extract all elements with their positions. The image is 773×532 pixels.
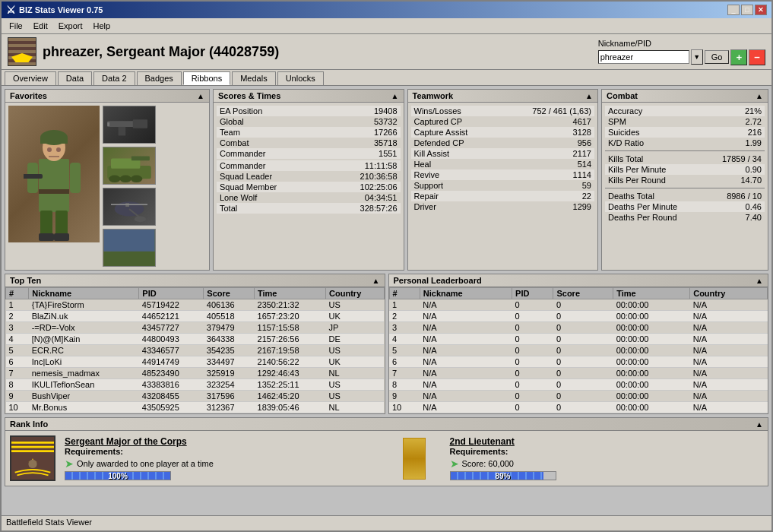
stat-value: 22 <box>582 192 591 201</box>
time-value: 210:36:58 <box>325 171 400 182</box>
top-ten-panel: Top Ten ▲ # Nickname PID Score Time C <box>5 274 385 414</box>
pid-cell: 43208455 <box>139 391 204 402</box>
maximize-button[interactable]: □ <box>741 5 753 15</box>
next-rank-req-label: Requirements: <box>450 447 764 456</box>
teamwork-arrow[interactable]: ▲ <box>585 92 593 100</box>
next-rank-name: 2nd Lieutenant <box>450 436 764 447</box>
wins-losses-value: 752 / 461 (1,63) <box>532 106 591 116</box>
time-value: 11:11:58 <box>325 160 400 171</box>
stat-label: Accuracy <box>608 106 642 116</box>
col-country: Country <box>690 288 768 299</box>
time-cell: 00:00:00 <box>613 299 690 311</box>
tab-data[interactable]: Data <box>58 71 92 85</box>
top-ten-arrow[interactable]: ▲ <box>372 277 380 285</box>
table-row: Driver1299 <box>411 201 595 212</box>
stat-value: 1299 <box>573 202 591 211</box>
time-cell: 2157:26:56 <box>255 334 326 345</box>
menu-help[interactable]: Help <box>89 20 116 32</box>
nickname-input[interactable] <box>598 50 689 64</box>
heli-svg <box>103 188 155 225</box>
table-row: Commander11:11:58 <box>217 160 401 171</box>
nickname-cell: Inc|LoKi <box>29 356 139 368</box>
tab-badges[interactable]: Badges <box>137 71 182 85</box>
pid-cell: 0 <box>512 311 553 322</box>
personal-lb-arrow[interactable]: ▲ <box>756 277 763 285</box>
stat-value: 514 <box>578 160 591 169</box>
svg-rect-33 <box>103 230 154 252</box>
table-row: Commander1551 <box>217 148 401 159</box>
stat-value: 3128 <box>573 128 591 137</box>
pid-cell: 43383816 <box>139 379 204 391</box>
stat-value: 2117 <box>573 149 591 158</box>
table-row: Squad Member102:25:06 <box>217 182 401 192</box>
table-row: 3N/A0000:00:00N/A <box>389 322 768 334</box>
thumb-helicopter[interactable] <box>103 188 156 226</box>
combat-header: Combat ▲ <box>602 90 768 103</box>
stat-label: Support <box>414 181 444 190</box>
rank-cell: 2 <box>389 311 420 322</box>
current-rank-progress-bar: 100% <box>65 471 171 480</box>
score-cell: 406136 <box>204 299 255 311</box>
pid-cell: 0 <box>512 368 553 379</box>
tab-data2[interactable]: Data 2 <box>93 71 135 85</box>
table-row: 5N/A0000:00:00N/A <box>389 345 768 356</box>
next-rank-progress-bar: 89% <box>450 471 556 480</box>
nickname-cell: N/A <box>420 311 512 322</box>
country-cell: US <box>326 391 384 402</box>
svg-point-12 <box>47 147 52 152</box>
favorites-arrow[interactable]: ▲ <box>197 92 204 100</box>
rank-cell: 6 <box>6 356 29 368</box>
time-cell: 1352:25:11 <box>255 379 326 391</box>
go-button[interactable]: Go <box>705 50 730 64</box>
combat-title: Combat <box>607 91 638 100</box>
menu-edit[interactable]: Edit <box>29 20 52 32</box>
score-label: EA Position <box>217 106 325 116</box>
pid-cell: 0 <box>512 322 553 334</box>
time-cell: 1292:46:43 <box>255 368 326 379</box>
nickname-cell: N/A <box>420 322 512 334</box>
svg-rect-30 <box>103 252 154 266</box>
score-label: Commander <box>217 148 325 159</box>
score-cell: 323254 <box>204 379 255 391</box>
tab-medals[interactable]: Medals <box>232 71 275 85</box>
status-bar-text: Battlefield Stats Viewer <box>6 518 92 527</box>
tab-overview[interactable]: Overview <box>5 71 56 85</box>
rank-info-arrow[interactable]: ▲ <box>756 420 763 429</box>
table-row: 10Mr.Bonus435059253123671839:05:46NL <box>6 402 385 413</box>
nickname-dropdown[interactable]: ▼ <box>691 49 703 65</box>
scores-arrow[interactable]: ▲ <box>391 92 399 100</box>
add-button[interactable]: + <box>730 49 747 65</box>
app-icon: ⚔ <box>6 4 16 16</box>
nickname-cell: N/A <box>420 379 512 391</box>
thumb-gun[interactable] <box>103 106 156 144</box>
menu-file[interactable]: File <box>5 20 27 32</box>
svg-rect-6 <box>40 211 52 237</box>
title-bar-controls: _ □ ✕ <box>727 5 767 15</box>
rank-info-panel: Rank Info ▲ <box>5 417 768 486</box>
tab-unlocks[interactable]: Unlocks <box>277 71 324 85</box>
menu-export[interactable]: Export <box>54 20 87 32</box>
combat-arrow[interactable]: ▲ <box>756 92 763 100</box>
stat-value: 17859 / 34 <box>722 154 762 163</box>
tab-ribbons[interactable]: Ribbons <box>183 71 230 85</box>
table-row: Global53732 <box>217 116 401 127</box>
nickname-cell: N/A <box>420 402 512 413</box>
soldier-image <box>8 106 100 242</box>
thumb-tank[interactable] <box>103 147 156 185</box>
rank-cell: 3 <box>389 322 420 334</box>
personal-lb-title: Personal Leaderboard <box>394 276 482 285</box>
svg-rect-10 <box>24 174 43 179</box>
table-row: 10N/A0000:00:00N/A <box>389 402 768 413</box>
next-req-check-icon: ➤ <box>450 458 459 470</box>
nickname-cell: -=RD=-Volx <box>29 322 139 334</box>
top-row: Favorites ▲ <box>5 89 768 271</box>
country-cell: N/A <box>690 379 768 391</box>
close-button[interactable]: ✕ <box>755 5 767 15</box>
pid-cell: 44914749 <box>139 356 204 368</box>
pid-cell: 0 <box>512 356 553 368</box>
minimize-button[interactable]: _ <box>727 5 740 15</box>
table-row: Deaths Total8986 / 10 <box>605 191 765 201</box>
thumb-terrain[interactable] <box>103 229 156 267</box>
next-rank-progress-text: 89% <box>451 472 556 480</box>
remove-button[interactable]: − <box>749 49 765 65</box>
